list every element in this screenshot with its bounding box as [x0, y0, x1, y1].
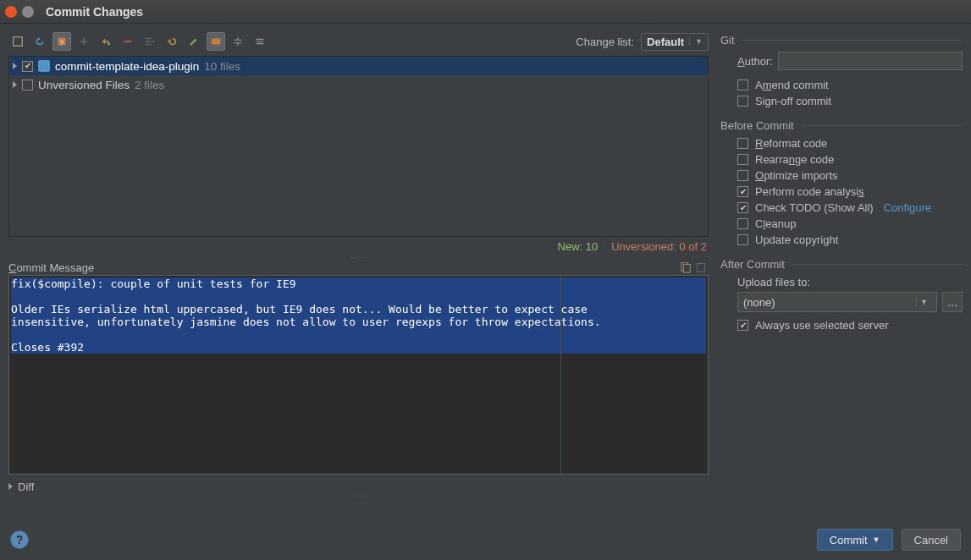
svg-rect-4: [124, 41, 132, 42]
diff-label[interactable]: Diff: [18, 480, 34, 493]
before-commit-option: Update copyright: [737, 233, 963, 246]
window-title: Commit Changes: [46, 5, 143, 19]
svg-rect-8: [698, 264, 705, 272]
commit-message-line: [11, 290, 706, 303]
before-commit-option: Rearrange code: [737, 153, 963, 166]
upload-server-value: (none): [743, 296, 916, 309]
svg-rect-5: [212, 39, 221, 45]
option-label: Rearrange code: [755, 153, 834, 166]
checkbox[interactable]: [737, 202, 748, 213]
before-commit-option: Check TODO (Show All)Configure: [737, 201, 963, 214]
history-icon[interactable]: [678, 260, 693, 275]
checkbox[interactable]: [737, 218, 748, 229]
option-label: Reformat code: [755, 137, 827, 150]
checkbox[interactable]: [22, 61, 33, 72]
rollback-icon[interactable]: [163, 32, 181, 51]
amend-label: Amend commit: [755, 79, 829, 91]
expand-arrow-icon[interactable]: [8, 483, 13, 490]
before-commit-option: Cleanup: [737, 217, 963, 230]
tree-item[interactable]: commit-template-idea-plugin 10 files: [9, 57, 708, 75]
checkbox[interactable]: [737, 170, 748, 181]
after-commit-title: After Commit: [720, 258, 785, 271]
show-diff-icon[interactable]: [8, 32, 27, 51]
status-new-label: New:: [558, 240, 583, 253]
change-list-value: Default: [647, 36, 684, 48]
always-server-label: Always use selected server: [755, 319, 889, 332]
option-label: Update copyright: [755, 233, 838, 246]
minimize-icon[interactable]: [22, 6, 34, 18]
option-label: Cleanup: [755, 217, 796, 230]
change-list-label: Change list:: [576, 36, 634, 48]
footer: ? Commit ▼ Cancel: [0, 519, 971, 560]
checkbox[interactable]: [737, 234, 748, 245]
before-commit-title: Before Commit: [720, 119, 794, 132]
option-label: Optimize imports: [755, 169, 838, 182]
ruler-line: [560, 276, 561, 474]
change-list-dropdown[interactable]: Default ▼: [641, 33, 709, 51]
chevron-down-icon: ▼: [916, 298, 931, 306]
chevron-down-icon: ▼: [873, 535, 880, 544]
cancel-button-label: Cancel: [914, 534, 948, 546]
edit-icon[interactable]: [185, 32, 203, 51]
option-label: Check TODO (Show All): [755, 201, 874, 214]
commit-button-label: Commit: [830, 534, 868, 546]
status-unversioned-label: Unversioned:: [611, 240, 676, 253]
clipboard-icon[interactable]: [693, 260, 709, 275]
commit-button[interactable]: Commit ▼: [817, 529, 893, 551]
commit-message-line: Older IEs serialize html uppercased, but…: [11, 303, 706, 316]
upload-server-select[interactable]: (none) ▼: [737, 292, 937, 312]
checkbox[interactable]: [737, 320, 748, 331]
group-by-icon[interactable]: ?: [52, 32, 71, 51]
tree-item[interactable]: Unversioned Files 2 files: [9, 75, 708, 94]
svg-text:?: ?: [60, 39, 64, 47]
configure-link[interactable]: Configure: [884, 201, 931, 214]
revert-icon[interactable]: [97, 32, 115, 51]
titlebar: Commit Changes: [0, 0, 971, 24]
browse-button[interactable]: …: [942, 292, 963, 312]
checkbox[interactable]: [737, 186, 748, 197]
commit-message-line: [11, 328, 706, 341]
option-label: Perform code analysis: [755, 185, 864, 198]
commit-message-editor[interactable]: fix($compile): couple of unit tests for …: [8, 275, 709, 475]
checkbox[interactable]: [737, 80, 748, 91]
help-icon[interactable]: ?: [10, 530, 29, 549]
checkbox[interactable]: [22, 80, 33, 91]
tree-item-label: commit-template-idea-plugin: [55, 60, 199, 73]
before-commit-option: Reformat code: [737, 137, 963, 150]
remove-icon[interactable]: [119, 32, 137, 51]
commit-message-line: insensitive, unfortunately jasmine does …: [11, 316, 706, 328]
add-icon[interactable]: [74, 32, 93, 51]
status-new-count: 10: [586, 240, 598, 253]
refresh-icon[interactable]: [30, 32, 49, 51]
checkbox[interactable]: [737, 138, 748, 149]
tree-item-count: 10 files: [204, 60, 240, 73]
upload-label: Upload files to:: [737, 276, 810, 288]
tree-item-count: 2 files: [135, 79, 164, 91]
expand-icon[interactable]: [229, 32, 247, 51]
collapse-icon[interactable]: [251, 32, 269, 51]
svg-rect-0: [14, 37, 23, 47]
chevron-down-icon: ▼: [689, 37, 703, 46]
details-icon[interactable]: [207, 32, 225, 51]
cancel-button[interactable]: Cancel: [902, 529, 961, 551]
before-commit-option: Optimize imports: [737, 169, 963, 182]
checkbox[interactable]: [737, 154, 748, 165]
author-label: Author:: [737, 55, 773, 68]
move-icon[interactable]: [141, 32, 159, 51]
before-commit-option: Perform code analysis: [737, 185, 963, 198]
module-icon: [38, 60, 50, 72]
toolbar: ? Change list: Default ▼: [8, 30, 709, 52]
author-input[interactable]: [778, 52, 963, 70]
commit-message-label: Commit Message: [8, 261, 678, 274]
tree-item-label: Unversioned Files: [38, 79, 130, 91]
svg-point-3: [108, 42, 111, 46]
commit-message-line: fix($compile): couple of unit tests for …: [11, 277, 706, 290]
close-icon[interactable]: [5, 6, 17, 18]
commit-message-line: Closes #392: [11, 341, 706, 354]
checkbox[interactable]: [737, 96, 748, 107]
splitter-handle[interactable]: ⋯⋯: [8, 495, 709, 498]
expand-arrow-icon[interactable]: [13, 63, 17, 69]
changes-tree[interactable]: commit-template-idea-plugin 10 files Unv…: [8, 56, 709, 237]
status-unversioned-count: 0 of 2: [679, 240, 707, 253]
expand-arrow-icon[interactable]: [13, 81, 17, 88]
